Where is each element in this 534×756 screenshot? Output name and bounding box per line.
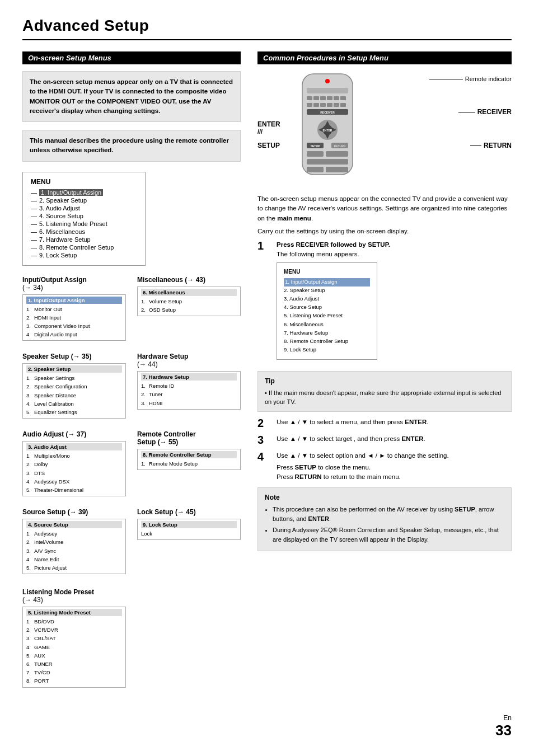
left-column: On-screen Setup Menus The on-screen setu…	[22, 51, 241, 698]
page-title: Advanced Setup	[22, 17, 512, 35]
step-3: 3 Use ▲ / ▼ to select target , and then …	[257, 434, 512, 445]
svg-rect-5	[327, 96, 332, 100]
menu-item-9: —9. Lock Setup	[31, 252, 137, 259]
menu-diagram: MENU — 1. Input/Output Assign —2. Speake…	[22, 172, 146, 266]
subsection-hardware-setup-title: Hardware Setup(→ 44)	[137, 353, 241, 368]
subsection-remote-controller: Remote ControllerSetup (→ 55) 8. Remote …	[137, 430, 241, 498]
menu-item-1: — 1. Input/Output Assign	[31, 189, 137, 196]
info-box-2-text: This manual describes the procedure usin…	[30, 137, 229, 153]
subsection-remote-controller-title: Remote ControllerSetup (→ 55)	[137, 430, 241, 446]
svg-rect-1	[307, 88, 348, 93]
svg-rect-2	[307, 96, 312, 100]
subsection-listening-mode-title: Listening Mode Preset(→ 43)	[22, 588, 241, 604]
subsection-audio-adjust: Audio Adjust (→ 37) 3. Audio Adjust 1.Mu…	[22, 430, 126, 498]
menu-item-4: —4. Source Setup	[31, 213, 137, 219]
note-list: This procedure can also be performed on …	[265, 505, 504, 544]
step-1: 1 Press RECEIVER followed by SETUP. The …	[257, 240, 512, 365]
subsection-audio-adjust-title: Audio Adjust (→ 37)	[22, 430, 126, 438]
subsection-miscellaneous-box: 6. Miscellaneous 1.Volume Setup 2.OSD Se…	[137, 287, 241, 316]
svg-rect-31	[326, 167, 348, 172]
subsection-remote-controller-box: 8. Remote Controller Setup 1.Remote Mode…	[137, 449, 241, 470]
menu-diagram-title: MENU	[31, 178, 137, 186]
subsection-input-output: Input/Output Assign(→ 34) 1. Input/Outpu…	[22, 276, 126, 343]
svg-rect-12	[334, 103, 339, 107]
info-box-1: The on-screen setup menus appear only on…	[22, 71, 241, 122]
return-label: RETURN	[470, 142, 512, 149]
subsection-listening-mode-box: 5. Listening Mode Preset 1.BD/DVD 2.VCR/…	[22, 607, 126, 688]
svg-text:RETURN: RETURN	[334, 144, 346, 148]
menu-item-3: —3. Audio Adjust	[31, 205, 137, 212]
svg-rect-9	[313, 103, 319, 107]
subsection-listening-mode: Listening Mode Preset(→ 43) 5. Listening…	[22, 588, 241, 688]
subsection-miscellaneous-title: Miscellaneous (→ 43)	[137, 276, 241, 284]
subsection-lock-setup-box: 9. Lock Setup Lock	[137, 519, 241, 540]
menu-item-7: —7. Hardware Setup	[31, 236, 137, 243]
svg-text:SETUP: SETUP	[311, 144, 320, 148]
step-2-number: 2	[257, 417, 273, 429]
subsection-source-setup-box: 4. Source Setup 1.Audyssey 2.Intel/Volum…	[22, 519, 126, 574]
step-2: 2 Use ▲ / ▼ to select a menu, and then p…	[257, 417, 512, 429]
page-number: 33	[495, 722, 512, 739]
svg-rect-10	[320, 103, 326, 107]
menu-item-6: —6. Miscellaneous	[31, 228, 137, 235]
tip-title: Tip	[265, 376, 504, 386]
menu-item-2: —2. Speaker Setup	[31, 197, 137, 204]
svg-rect-6	[334, 96, 339, 100]
step-3-number: 3	[257, 434, 273, 445]
step-4: 4 Use ▲ / ▼ to select option and ◄ / ► t…	[257, 451, 512, 482]
remote-svg: RECEIVER ENTER SETUP RETURN	[291, 71, 364, 180]
subsection-source-setup: Source Setup (→ 39) 4. Source Setup 1.Au…	[22, 508, 126, 576]
remote-diagram: RECEIVER ENTER SETUP RETURN	[257, 71, 512, 189]
setup-label: SETUP	[257, 142, 280, 149]
remote-indicator-dot	[325, 79, 330, 83]
title-divider	[22, 39, 512, 40]
remote-indicator-label: Remote indicator	[429, 76, 512, 82]
info-box-1-text: The on-screen setup menus appear only on…	[30, 78, 233, 114]
enter-label: ENTER ///	[257, 120, 280, 135]
step-1-number: 1	[257, 240, 273, 251]
subsection-input-output-title: Input/Output Assign(→ 34)	[22, 276, 126, 292]
svg-rect-3	[313, 96, 319, 100]
subsection-hardware-setup: Hardware Setup(→ 44) 7. Hardware Setup 1…	[137, 353, 241, 420]
menu-item-5: —5. Listening Mode Preset	[31, 220, 137, 227]
menu-right-image: MENU 1. Input/Output Assign 2. Speaker S…	[277, 262, 377, 359]
svg-rect-27	[307, 151, 324, 157]
subsection-audio-adjust-box: 3. Audio Adjust 1.Multiplex/Mono 2.Dolby…	[22, 441, 126, 496]
subsection-miscellaneous: Miscellaneous (→ 43) 6. Miscellaneous 1.…	[137, 276, 241, 343]
step-4-number: 4	[257, 451, 273, 462]
svg-rect-30	[307, 167, 324, 172]
left-section-header: On-screen Setup Menus	[22, 51, 241, 64]
note-box: Note This procedure can also be performe…	[257, 487, 512, 551]
tip-text: • If the main menu doesn't appear, make …	[265, 388, 504, 407]
subsection-lock-setup: Lock Setup (→ 45) 9. Lock Setup Lock	[137, 508, 241, 576]
svg-text:RECEIVER: RECEIVER	[320, 111, 335, 114]
en-label: En	[503, 714, 512, 722]
right-description2: Carry out the settings by using the on-s…	[257, 228, 512, 234]
svg-rect-13	[340, 103, 346, 107]
svg-rect-11	[327, 103, 332, 107]
subsections-grid: Input/Output Assign(→ 34) 1. Input/Outpu…	[22, 276, 241, 586]
subsection-hardware-setup-box: 7. Hardware Setup 1.Remote ID 2.Tuner 3.…	[137, 371, 241, 410]
subsection-input-output-box: 1. Input/Output Assign 1.Monitor Out 2.H…	[22, 294, 126, 341]
subsection-speaker-setup: Speaker Setup (→ 35) 2. Speaker Setup 1.…	[22, 353, 126, 420]
page-footer: En 33	[495, 714, 512, 739]
right-description: The on-screen setup menus appear on the …	[257, 194, 512, 223]
note-item-2: During Audyssey 2EQ® Room Correction and…	[273, 525, 504, 544]
note-title: Note	[265, 492, 504, 503]
svg-rect-28	[326, 151, 348, 157]
tip-box: Tip • If the main menu doesn't appear, m…	[257, 371, 512, 412]
receiver-label: RECEIVER	[458, 108, 512, 116]
subsection-source-setup-title: Source Setup (→ 39)	[22, 508, 126, 516]
svg-text:ENTER: ENTER	[323, 129, 332, 132]
note-item-1: This procedure can also be performed on …	[273, 505, 504, 523]
svg-rect-7	[340, 96, 346, 100]
svg-rect-4	[320, 96, 326, 100]
right-column: Common Procedures in Setup Menu	[257, 51, 512, 698]
svg-rect-8	[307, 103, 312, 107]
subsection-speaker-setup-title: Speaker Setup (→ 35)	[22, 353, 126, 360]
menu-item-8: —8. Remote Controller Setup	[31, 244, 137, 251]
subsection-lock-setup-title: Lock Setup (→ 45)	[137, 508, 241, 516]
svg-rect-29	[307, 159, 348, 165]
right-section-header: Common Procedures in Setup Menu	[257, 51, 512, 64]
info-box-2: This manual describes the procedure usin…	[22, 130, 241, 162]
